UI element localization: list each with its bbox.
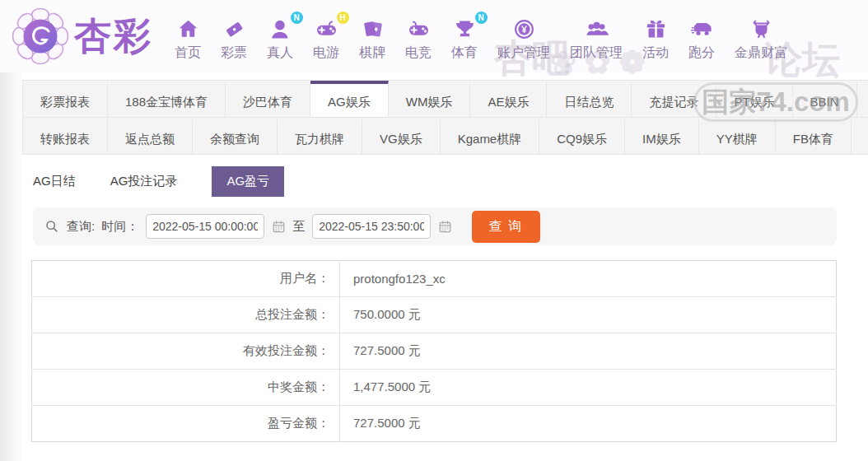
logo-emblem-icon [12,7,69,65]
logo-text: 杏彩 [74,12,153,61]
tab-vg-casino[interactable]: VG娱乐 [362,118,441,154]
trophy-icon [453,30,477,44]
tab-kgame-cards[interactable]: Kgame棋牌 [441,118,540,154]
nav-item-esports[interactable]: 电竞 [395,17,441,62]
tab-balance-query[interactable]: 余额查询 [193,118,278,154]
nav-item-lottery[interactable]: 彩票 [211,17,257,62]
query-label: 查询: [67,219,95,235]
tab-saba-sports[interactable]: 沙巴体育 [226,81,310,117]
table-row: 用户名：protongfo123_xc [32,261,837,297]
main-content: 彩票报表188金宝博体育沙巴体育AG娱乐WM娱乐AE娱乐日结总览充提记录PT娱乐… [0,80,868,442]
row-value: protongfo123_xc [340,261,837,297]
tab-bbin[interactable]: BBIN [793,81,857,117]
nav-label: 电竞 [405,44,432,62]
nav-label: 电游 [313,44,339,62]
page: 杏彩 首页彩票N真人H电游棋牌电竞N体育账户管理团队管理活动跑分金鼎财富 杏吧 … [0,0,868,461]
row-value: 727.5000 元 [340,333,837,370]
tab-188bet-sports[interactable]: 188金宝博体育 [108,81,226,117]
nav-item-live-casino[interactable]: N真人 [257,17,303,62]
main-nav: 首页彩票N真人H电游棋牌电竞N体育账户管理团队管理活动跑分金鼎财富 [165,11,797,62]
tab-yy-cards[interactable]: YY棋牌 [699,118,776,154]
tab-cq9-casino[interactable]: CQ9娱乐 [539,118,625,154]
nav-item-jinding-wealth[interactable]: 金鼎财富 [725,17,797,62]
tab-daily-overview[interactable]: 日结总览 [547,81,632,117]
nav-icon-wrap [585,17,609,43]
nav-label: 团队管理 [570,44,623,62]
row-label: 总投注金额： [32,297,340,333]
new-badge: N [475,12,488,24]
team-icon [585,30,609,44]
nav-icon-wrap [407,17,431,43]
tab-ag-casino[interactable]: AG娱乐 [310,81,389,117]
time-label: 时间： [101,219,138,235]
nav-item-paofen[interactable]: 跑分 [679,17,725,62]
ag-subtabs: AG日结AG投注记录AG盈亏 [33,165,868,197]
site-logo[interactable]: 杏彩 [12,7,153,65]
tab-im-casino[interactable]: IM娱乐 [625,118,699,154]
end-time-input[interactable] [312,214,431,239]
gift-icon [644,30,668,44]
table-row: 中奖金额：1,477.5000 元 [32,370,837,406]
nav-label: 体育 [451,44,478,62]
live-person-icon [268,30,292,44]
new-badge: H [337,12,349,24]
table-row: 盈亏金额：727.5000 元 [32,406,837,442]
cards-icon [361,30,385,44]
app-header: 杏彩 首页彩票N真人H电游棋牌电竞N体育账户管理团队管理活动跑分金鼎财富 杏吧 … [0,0,868,72]
row-value: 1,477.5000 元 [340,370,837,406]
nav-icon-wrap [361,17,385,43]
tab-wali-cards[interactable]: 瓦力棋牌 [278,118,362,154]
vessel-icon [749,30,773,44]
calendar-icon[interactable] [438,220,452,234]
nav-item-egames[interactable]: H电游 [303,17,349,62]
esports-icon [407,30,431,44]
subtab-ag-daily[interactable]: AG日结 [33,166,76,197]
to-label: 至 [292,219,305,235]
nav-icon-wrap: N [453,17,477,43]
nav-icon-wrap: N [268,17,292,43]
tab-pt-casino[interactable]: PT娱乐 [716,81,792,117]
table-row: 总投注金额：750.0000 元 [32,297,837,333]
nav-label: 跑分 [688,44,715,62]
table-row: 有效投注金额：727.5000 元 [32,333,837,370]
nav-item-chess-cards[interactable]: 棋牌 [349,17,395,62]
gamepad-icon [315,30,338,44]
start-time-input[interactable] [146,214,264,239]
tab-rebate-total[interactable]: 返点总额 [108,118,193,154]
calendar-icon[interactable] [272,220,286,234]
nav-label: 金鼎财富 [735,44,787,62]
nav-item-team-mgmt[interactable]: 团队管理 [560,17,632,62]
nav-icon-wrap: H [315,17,338,43]
tabs-row-2: 转账报表返点总额余额查询瓦力棋牌VG娱乐Kgame棋牌CQ9娱乐IM娱乐YY棋牌… [23,117,868,154]
tab-balance-change-report[interactable]: 账变报表 [857,81,868,117]
nav-label: 首页 [175,44,201,62]
new-badge: N [291,12,303,24]
tab-wm-casino[interactable]: WM娱乐 [389,81,471,117]
profit-table: 用户名：protongfo123_xc总投注金额：750.0000 元有效投注金… [31,260,837,442]
left-edge-gradient [0,72,22,461]
home-icon [176,30,200,44]
nav-item-home[interactable]: 首页 [165,17,211,62]
subtab-ag-bet-records[interactable]: AG投注记录 [110,166,178,197]
nav-item-activity[interactable]: 活动 [632,17,679,62]
tab-lottery-report[interactable]: 彩票报表 [23,81,108,117]
nav-label: 账户管理 [497,44,550,62]
subtab-ag-profit[interactable]: AG盈亏 [212,166,284,197]
tab-fb-sports[interactable]: FB体育 [776,118,852,154]
nav-label: 活动 [642,44,669,62]
nav-label: 彩票 [221,44,247,62]
nav-item-sports[interactable]: N体育 [441,17,488,62]
query-button[interactable]: 查 询 [472,211,539,243]
tab-deposit-withdraw[interactable]: 充提记录 [632,81,716,117]
scooter-icon [690,30,714,44]
tab-transfer-report[interactable]: 转账报表 [23,118,108,154]
row-label: 中奖金额： [32,370,340,406]
report-tabs: 彩票报表188金宝博体育沙巴体育AG娱乐WM娱乐AE娱乐日结总览充提记录PT娱乐… [22,80,868,155]
nav-item-account-mgmt[interactable]: 账户管理 [488,17,560,62]
nav-icon-wrap [749,17,773,43]
row-value: 727.5000 元 [340,406,837,442]
nav-icon-wrap [512,17,536,43]
ticket-icon [222,30,246,44]
tab-ae-casino[interactable]: AE娱乐 [470,81,547,117]
nav-icon-wrap [176,17,200,43]
